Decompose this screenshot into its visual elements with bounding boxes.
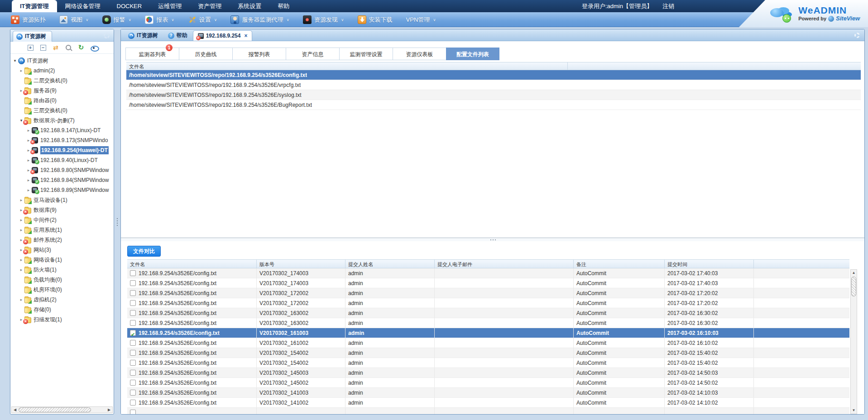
close-icon[interactable]: × <box>244 33 247 38</box>
tree-item[interactable]: 负载均衡(0) <box>10 275 114 285</box>
config-file-row[interactable]: /home/siteview/SITEVIEWITOSS/repo/192.16… <box>126 70 861 80</box>
tree-item[interactable]: 三层交换机(0) <box>10 105 114 115</box>
detail-subtab[interactable]: 资产信息 <box>286 48 339 60</box>
tree-item[interactable]: 192.168.9.89(SNMPWindow <box>10 185 114 195</box>
tree-caret-icon[interactable] <box>19 258 24 262</box>
tree-item[interactable]: 应用系统(1) <box>10 225 114 235</box>
toolbar-item[interactable]: 报警 ∨ <box>102 15 132 24</box>
tree-item[interactable]: 数据展示-勿删(7) <box>10 115 114 125</box>
row-checkbox[interactable] <box>130 410 136 414</box>
version-row[interactable]: 192.168.9.254/s3526E/config.txt V2017030… <box>127 278 849 288</box>
tree-caret-icon[interactable] <box>26 188 31 192</box>
tree-caret-icon[interactable] <box>19 267 24 272</box>
vertical-splitter[interactable] <box>114 29 120 415</box>
col-header-commit-time[interactable]: 提交时间 <box>665 260 754 268</box>
toolbar-item[interactable]: 安装下载 <box>358 15 393 24</box>
detail-subtab[interactable]: 监测管理设置 <box>339 48 393 60</box>
toolbar-item[interactable]: 服务器监测代理 ∨ <box>230 15 289 24</box>
tree-horizontal-scrollbar[interactable]: ◀ ▶ <box>11 406 113 413</box>
version-row[interactable]: 192.168.9.254/s3526E/config.txt V2017030… <box>127 328 849 338</box>
version-row[interactable]: 192.168.9.254/s3526E/config.txt V2017030… <box>127 378 849 388</box>
swap-sort-icon[interactable]: ⇄ <box>53 44 59 51</box>
version-row[interactable]: 192.168.9.254/s3526E/config.txt V2017030… <box>127 358 849 368</box>
menu-item[interactable]: 资产管理 <box>190 0 230 12</box>
version-row[interactable]: 192.168.9.254/s3526E/config.txt V2017030… <box>127 318 849 328</box>
tree-item[interactable]: 中间件(2) <box>10 215 114 225</box>
col-header-committer[interactable]: 提交人姓名 <box>345 260 435 268</box>
scroll-right-icon[interactable]: ▶ <box>106 408 112 412</box>
tree-item[interactable]: 扫描发现(1) <box>10 315 114 325</box>
toolbar-item[interactable]: 设置 ∨ <box>188 15 217 24</box>
document-tab[interactable]: 192.168.9.254 × <box>193 30 253 41</box>
detail-subtab[interactable]: 历史曲线 <box>179 48 232 60</box>
row-checkbox[interactable] <box>130 330 136 336</box>
tree-item[interactable]: 192.168.9.173(SNMPWindo <box>10 135 114 145</box>
row-checkbox[interactable] <box>130 350 136 356</box>
version-row[interactable]: 192.168.9.254/s3526E/config.txt V2017030… <box>127 368 849 378</box>
row-checkbox[interactable] <box>130 380 136 386</box>
toolbar-item[interactable]: 报表 ∨ <box>145 15 174 24</box>
tree-item[interactable]: 邮件系统(2) <box>10 235 114 245</box>
scrollbar-thumb[interactable] <box>19 407 91 412</box>
version-row[interactable]: 192.168.9.254/s3526E/config.txt V2017030… <box>127 268 849 278</box>
tree-item[interactable]: 机房环境(0) <box>10 285 114 295</box>
row-checkbox[interactable] <box>130 310 136 316</box>
tree-caret-icon[interactable] <box>19 297 24 302</box>
eye-view-icon[interactable] <box>91 44 97 51</box>
menu-item[interactable]: 帮助 <box>269 0 297 12</box>
search-icon[interactable] <box>65 44 72 51</box>
tree-item[interactable]: 存储(0) <box>10 305 114 315</box>
row-checkbox[interactable] <box>130 320 136 326</box>
row-checkbox[interactable] <box>130 340 136 346</box>
version-row[interactable]: 192.168.9.254/s3526E/config.txt V2017030… <box>127 348 849 358</box>
tree-caret-icon[interactable] <box>26 128 31 133</box>
tree-caret-icon[interactable] <box>19 68 24 73</box>
tree-item[interactable]: 服务器(9) <box>10 86 114 95</box>
collapse-all-icon[interactable]: − <box>40 44 47 51</box>
scroll-down-icon[interactable]: ▼ <box>851 407 857 414</box>
tree-item[interactable]: 防火墙(1) <box>10 265 114 275</box>
horizontal-splitter[interactable] <box>121 238 864 241</box>
document-tab[interactable]: IT资源树 <box>124 30 163 41</box>
tree-caret-icon[interactable] <box>12 58 18 63</box>
col-header-email[interactable]: 提交人电子邮件 <box>435 260 574 268</box>
scroll-left-icon[interactable]: ◀ <box>12 408 18 412</box>
row-checkbox[interactable] <box>130 270 136 276</box>
tree-item[interactable]: 亚马逊设备(1) <box>10 195 114 205</box>
version-row[interactable]: 192.168.9.254/s3526E/config.txt V2017030… <box>127 398 849 408</box>
resource-tree-panel-tab[interactable]: IT资源树 <box>13 31 52 42</box>
tree-caret-icon[interactable] <box>19 218 24 222</box>
menu-item[interactable]: IT资源管理 <box>12 0 57 12</box>
refresh-icon[interactable]: ↻ <box>78 44 85 51</box>
toolbar-item[interactable]: VPN管理 ∨ <box>406 16 436 24</box>
scrollbar-thumb[interactable] <box>851 277 856 296</box>
detail-subtab[interactable]: 报警列表 <box>232 48 286 60</box>
tree-item[interactable]: 192.168.9.254(Huawei)-DT <box>10 145 114 155</box>
tree-item[interactable]: 虚拟机(2) <box>10 295 114 305</box>
toolbar-item[interactable]: 资源发现 ∨ <box>303 15 344 24</box>
menu-item[interactable]: 网络设备管理 <box>57 0 109 12</box>
version-row[interactable]: 192.168.9.254/s3526E/config.txt V2017030… <box>127 308 849 318</box>
version-row[interactable]: 192.168.9.254/s3526E/config.txt V2017030… <box>127 288 849 298</box>
version-row[interactable]: 192.168.9.254/s3526E/config.txt V2017030… <box>127 388 849 398</box>
row-checkbox[interactable] <box>130 370 136 376</box>
tree-item[interactable]: 二层交换机(0) <box>10 76 114 86</box>
row-checkbox[interactable] <box>130 360 136 366</box>
tree-caret-icon[interactable] <box>26 158 31 162</box>
document-tab[interactable]: 帮助 <box>163 30 192 41</box>
detail-subtab[interactable]: 监测器列表 1 <box>125 48 179 60</box>
tree-item[interactable]: 192.168.9.147(Linux)-DT <box>10 125 114 135</box>
tree-caret-icon[interactable] <box>19 198 24 202</box>
row-checkbox[interactable] <box>130 390 136 396</box>
file-name-column-header[interactable]: 文件名 <box>126 62 568 70</box>
tree-item[interactable]: admin(2) <box>10 66 114 76</box>
version-row[interactable]: 192.168.9.254/s3526E/config.txt V2017030… <box>127 338 849 348</box>
panel-settings-icon[interactable] <box>104 33 110 38</box>
tree-item[interactable]: 网站(3) <box>10 245 114 255</box>
tree-item[interactable]: 路由器(0) <box>10 95 114 105</box>
tree-caret-icon[interactable] <box>19 228 24 232</box>
logout-link[interactable]: 注销 <box>662 3 674 10</box>
tree-item[interactable]: IT资源树 <box>10 56 114 66</box>
menu-item[interactable]: DOCKER <box>109 0 150 12</box>
tree-item[interactable]: 192.168.9.40(Linux)-DT <box>10 155 114 165</box>
